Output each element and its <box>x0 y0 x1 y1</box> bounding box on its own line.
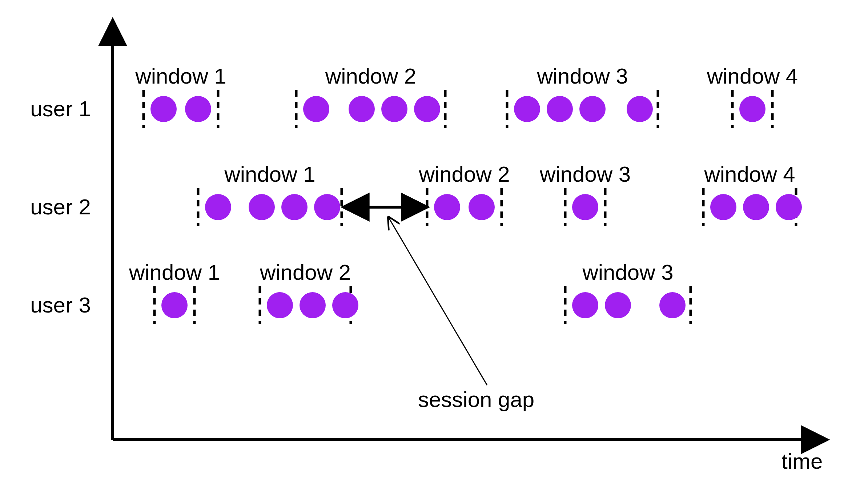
event-dot <box>572 292 598 318</box>
session-window: window 1 <box>198 162 342 226</box>
event-dot <box>659 292 686 318</box>
event-dot <box>185 96 211 122</box>
window-label: window 3 <box>582 260 673 285</box>
event-dot <box>267 292 293 318</box>
session-window: window 1 <box>135 64 226 128</box>
session-window: window 3 <box>507 64 658 128</box>
session-window: window 4 <box>703 162 802 226</box>
session-window: window 3 <box>565 260 691 324</box>
event-dot <box>332 292 358 318</box>
event-dot <box>300 292 326 318</box>
user-row: user 1window 1window 2window 3window 4 <box>30 64 798 128</box>
event-dot <box>710 194 736 220</box>
window-label: window 1 <box>135 64 226 88</box>
session-window: window 4 <box>707 64 798 128</box>
event-dot <box>281 194 308 220</box>
event-dot <box>150 96 177 122</box>
event-dot <box>605 292 631 318</box>
event-dot <box>161 292 188 318</box>
session-window: window 3 <box>539 162 631 226</box>
event-dot <box>514 96 540 122</box>
event-dot <box>627 96 653 122</box>
event-dot <box>314 194 340 220</box>
event-dot <box>349 96 375 122</box>
session-window: window 2 <box>260 260 358 324</box>
event-dot <box>434 194 460 220</box>
session-window: window 1 <box>129 260 220 324</box>
event-dot <box>572 194 598 220</box>
event-dot <box>776 194 802 220</box>
event-dot <box>381 96 407 122</box>
session-window: window 2 <box>418 162 510 226</box>
event-dot <box>469 194 495 220</box>
user-label: user 3 <box>30 293 91 317</box>
event-dot <box>743 194 769 220</box>
event-dot <box>414 96 440 122</box>
window-label: window 1 <box>224 162 315 186</box>
window-label: window 4 <box>707 64 798 88</box>
window-label: window 2 <box>260 260 351 285</box>
user-row: user 3window 1window 2window 3 <box>30 260 691 324</box>
window-label: window 2 <box>325 64 416 88</box>
event-dot <box>303 96 329 122</box>
rows: user 1window 1window 2window 3window 4us… <box>30 64 802 324</box>
session-gap-pointer <box>389 218 487 385</box>
user-label: user 1 <box>30 97 91 121</box>
window-label: window 1 <box>129 260 220 285</box>
user-label: user 2 <box>30 195 91 219</box>
session-windows-diagram: time user 1window 1window 2window 3windo… <box>0 0 868 488</box>
user-row: user 2window 1window 2window 3window 4 <box>30 162 802 226</box>
event-dot <box>579 96 606 122</box>
session-gap-annotation: session gap <box>345 207 534 412</box>
window-label: window 4 <box>704 162 795 186</box>
x-axis-label: time <box>781 449 823 473</box>
session-window: window 2 <box>296 64 445 128</box>
event-dot <box>249 194 275 220</box>
event-dot <box>739 96 765 122</box>
window-label: window 2 <box>418 162 510 186</box>
event-dot <box>547 96 573 122</box>
event-dot <box>205 194 231 220</box>
session-gap-label: session gap <box>418 387 534 412</box>
window-label: window 3 <box>537 64 628 88</box>
window-label: window 3 <box>539 162 631 186</box>
